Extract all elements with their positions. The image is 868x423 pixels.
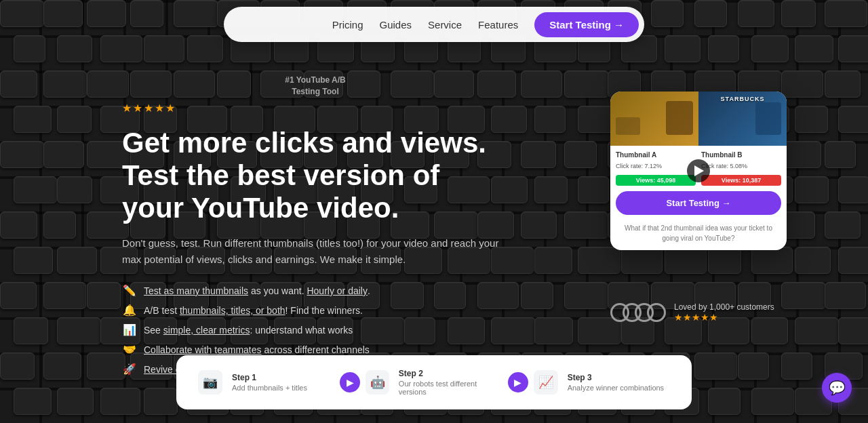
step-1-icon: 📷 xyxy=(198,370,222,395)
badge: #1 YouTube A/B Testing Tool xyxy=(122,75,509,98)
step-3-num: Step 3 xyxy=(568,373,664,382)
step-arrow-1: ▶ xyxy=(340,372,360,392)
nav-service[interactable]: Service xyxy=(428,19,462,31)
step-1-num: Step 1 xyxy=(232,373,307,382)
social-proof: Loved by 1,000+ customers ★★★★★ xyxy=(610,302,787,323)
hero-stars: ★★★★★ xyxy=(122,102,509,115)
person-b-icon xyxy=(755,102,781,135)
person-a-icon xyxy=(666,101,693,135)
step-2: 🤖 Step 2 Our robots test different versi… xyxy=(366,369,502,396)
bell-icon: 🔔 xyxy=(122,304,137,317)
step-2-num: Step 2 xyxy=(399,369,502,378)
click-rate-a: Click rate: 7.12% xyxy=(616,163,696,169)
nav-features[interactable]: Features xyxy=(478,19,518,31)
audi-ring-4 xyxy=(647,303,666,322)
play-button[interactable] xyxy=(687,159,710,182)
step-3-icon: 📈 xyxy=(534,370,558,395)
step-2-desc: Our robots test different versions xyxy=(399,380,502,396)
starbucks-text: STARBUCKS xyxy=(698,96,787,102)
desk-icon xyxy=(616,117,640,135)
nav-pricing[interactable]: Pricing xyxy=(332,19,363,31)
step-arrow-2: ▶ xyxy=(508,372,528,392)
thumbnail-a-label: Thumbnail A xyxy=(616,151,696,159)
step-1: 📷 Step 1 Add thumbnails + titles xyxy=(198,370,334,395)
card-footer: What if that 2nd thumbnail idea was your… xyxy=(610,220,787,250)
step-3-text: Step 3 Analyze winner combinations xyxy=(568,373,664,392)
feature-link-collaborate[interactable]: Collaborate with teammates xyxy=(144,344,262,355)
views-a-badge: Views: 45,098 xyxy=(616,175,696,186)
preview-card: STARBUCKS Thumbnail A Thumbnail B Click … xyxy=(610,92,787,250)
views-a: Views: 45,098 xyxy=(616,175,696,186)
hero-section: #1 YouTube A/B Testing Tool ★★★★★ Get mo… xyxy=(122,75,509,376)
hero-title: Get more clicks and views. Test the best… xyxy=(122,127,509,225)
feature-item-4: 🤝 Collaborate with teammates across diff… xyxy=(122,343,509,356)
thumbnail-row: STARBUCKS xyxy=(610,92,787,146)
thumbnail-a xyxy=(610,92,698,146)
step-3: 📈 Step 3 Analyze winner combinations xyxy=(534,370,670,395)
navbar: Pricing Guides Service Features Start Te… xyxy=(224,7,644,42)
click-rate-b: Click rate: 5.08% xyxy=(701,163,781,169)
feature-item-1: ✏️ Test as many thumbnails as you want. … xyxy=(122,284,509,297)
step-2-text: Step 2 Our robots test different version… xyxy=(399,369,502,396)
rocket-icon: 🚀 xyxy=(122,363,137,376)
card-cta-button[interactable]: Start Testing → xyxy=(616,191,781,215)
views-b: Views: 10,387 xyxy=(701,175,781,186)
step-1-desc: Add thumbnails + titles xyxy=(232,384,307,392)
feature-link-hourly[interactable]: Hourly or daily xyxy=(307,285,367,296)
chart-icon: 📊 xyxy=(122,323,137,336)
feature-link-ab[interactable]: thumbnails, titles, or both xyxy=(180,305,285,316)
feature-link-thumbnails[interactable]: Test as many thumbnails xyxy=(144,285,248,296)
step-1-text: Step 1 Add thumbnails + titles xyxy=(232,373,307,392)
handshake-icon: 🤝 xyxy=(122,343,137,356)
step-2-icon: 🤖 xyxy=(366,370,389,395)
thumbnail-b: STARBUCKS xyxy=(698,92,787,146)
loved-text: Loved by 1,000+ customers xyxy=(674,302,774,312)
pencil-icon: ✏️ xyxy=(122,284,137,297)
step-3-desc: Analyze winner combinations xyxy=(568,384,664,392)
feature-item-3: 📊 See simple, clear metrics: understand … xyxy=(122,323,509,336)
loved-stars: ★★★★★ xyxy=(674,312,774,323)
chat-button[interactable]: 💬 xyxy=(822,373,852,403)
nav-cta-button[interactable]: Start Testing → xyxy=(534,12,639,37)
audi-logo xyxy=(610,303,666,322)
steps-bar: 📷 Step 1 Add thumbnails + titles ▶ 🤖 Ste… xyxy=(176,355,692,409)
hero-subtitle: Don't guess, test. Run different thumbna… xyxy=(122,235,509,268)
loved-info: Loved by 1,000+ customers ★★★★★ xyxy=(674,302,774,323)
feature-item-2: 🔔 A/B test thumbnails, titles, or both! … xyxy=(122,304,509,317)
nav-guides[interactable]: Guides xyxy=(380,19,412,31)
thumbnail-b-label: Thumbnail B xyxy=(701,151,781,159)
feature-link-metrics[interactable]: simple, clear metrics xyxy=(163,325,250,336)
views-b-badge: Views: 10,387 xyxy=(701,175,781,186)
